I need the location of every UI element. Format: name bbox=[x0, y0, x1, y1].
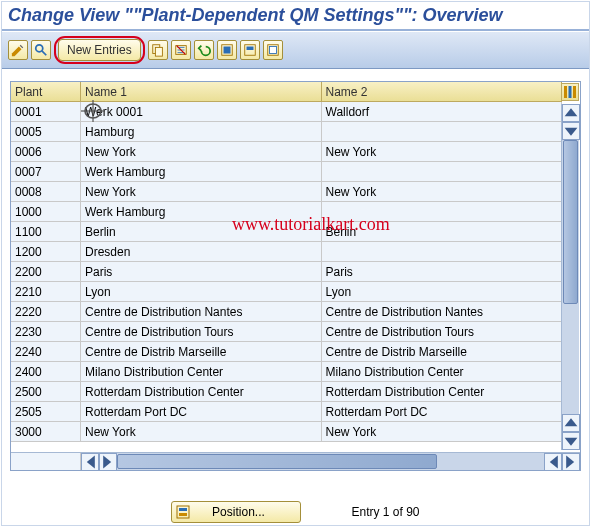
entry-count-label: Entry 1 of 90 bbox=[351, 505, 419, 519]
toggle-change-icon[interactable] bbox=[8, 40, 28, 60]
cell-plant[interactable]: 0006 bbox=[11, 142, 81, 162]
cell-plant[interactable]: 2505 bbox=[11, 402, 81, 422]
table-row[interactable]: 0001Werk 0001Walldorf bbox=[11, 102, 562, 122]
cell-name1[interactable]: New York bbox=[81, 182, 322, 202]
cell-plant[interactable]: 1100 bbox=[11, 222, 81, 242]
scroll-up-icon[interactable] bbox=[562, 104, 580, 122]
cell-name1[interactable]: Milano Distribution Center bbox=[81, 362, 322, 382]
cell-plant[interactable]: 2400 bbox=[11, 362, 81, 382]
column-header-name2[interactable]: Name 2 bbox=[322, 82, 563, 102]
cell-name2[interactable]: Berlin bbox=[322, 222, 563, 242]
cell-name1[interactable]: Dresden bbox=[81, 242, 322, 262]
table-row[interactable]: 1200Dresden bbox=[11, 242, 562, 262]
cell-name1[interactable]: Werk 0001 bbox=[81, 102, 322, 122]
cell-name2[interactable]: Milano Distribution Center bbox=[322, 362, 563, 382]
position-label: Position... bbox=[196, 505, 280, 519]
table-row[interactable]: 3000New YorkNew York bbox=[11, 422, 562, 442]
data-grid: Plant Name 1 Name 2 0001Werk 0001Walldor… bbox=[10, 81, 581, 471]
new-entries-button[interactable]: New Entries bbox=[58, 39, 141, 61]
cell-plant[interactable]: 0008 bbox=[11, 182, 81, 202]
scroll-down2-icon[interactable] bbox=[562, 432, 580, 450]
cell-plant[interactable]: 0001 bbox=[11, 102, 81, 122]
select-block-icon[interactable] bbox=[240, 40, 260, 60]
cell-plant[interactable]: 1000 bbox=[11, 202, 81, 222]
table-row[interactable]: 1100BerlinBerlin bbox=[11, 222, 562, 242]
cell-name1[interactable]: Werk Hamburg bbox=[81, 202, 322, 222]
horizontal-scrollbar[interactable] bbox=[11, 452, 580, 470]
scroll-right2-icon[interactable] bbox=[562, 453, 580, 471]
cell-plant[interactable]: 2200 bbox=[11, 262, 81, 282]
select-all-icon[interactable] bbox=[217, 40, 237, 60]
cell-name2[interactable] bbox=[322, 162, 563, 182]
cell-name1[interactable]: Werk Hamburg bbox=[81, 162, 322, 182]
table-row[interactable]: 2220Centre de Distribution NantesCentre … bbox=[11, 302, 562, 322]
copy-icon[interactable] bbox=[148, 40, 168, 60]
cell-name1[interactable]: Paris bbox=[81, 262, 322, 282]
cell-name2[interactable]: Rotterdam Port DC bbox=[322, 402, 563, 422]
cell-plant[interactable]: 0007 bbox=[11, 162, 81, 182]
cell-name2[interactable]: Paris bbox=[322, 262, 563, 282]
hscroll-thumb[interactable] bbox=[117, 454, 437, 469]
cell-name2[interactable]: New York bbox=[322, 142, 563, 162]
cell-name2[interactable] bbox=[322, 122, 563, 142]
cell-name2[interactable]: Centre de Distribution Tours bbox=[322, 322, 563, 342]
table-row[interactable]: 1000Werk Hamburg bbox=[11, 202, 562, 222]
cell-name1[interactable]: Rotterdam Distribution Center bbox=[81, 382, 322, 402]
column-header-name1[interactable]: Name 1 bbox=[81, 82, 322, 102]
scroll-left2-icon[interactable] bbox=[544, 453, 562, 471]
cell-name2[interactable] bbox=[322, 202, 563, 222]
scroll-up2-icon[interactable] bbox=[562, 414, 580, 432]
cell-name2[interactable]: Walldorf bbox=[322, 102, 563, 122]
cell-plant[interactable]: 2210 bbox=[11, 282, 81, 302]
cell-plant[interactable]: 3000 bbox=[11, 422, 81, 442]
cell-name2[interactable]: New York bbox=[322, 422, 563, 442]
svg-point-0 bbox=[36, 45, 43, 52]
scroll-left-icon[interactable] bbox=[81, 453, 99, 471]
cell-name1[interactable]: Centre de Distrib Marseille bbox=[81, 342, 322, 362]
table-row[interactable]: 0007Werk Hamburg bbox=[11, 162, 562, 182]
column-header-plant[interactable]: Plant bbox=[11, 82, 81, 102]
table-row[interactable]: 2210LyonLyon bbox=[11, 282, 562, 302]
cell-plant[interactable]: 2240 bbox=[11, 342, 81, 362]
cell-plant[interactable]: 2220 bbox=[11, 302, 81, 322]
cell-name2[interactable]: Rotterdam Distribution Center bbox=[322, 382, 563, 402]
table-row[interactable]: 2505Rotterdam Port DCRotterdam Port DC bbox=[11, 402, 562, 422]
cell-name2[interactable]: New York bbox=[322, 182, 563, 202]
scroll-thumb[interactable] bbox=[563, 140, 578, 304]
cell-name1[interactable]: New York bbox=[81, 142, 322, 162]
cell-plant[interactable]: 1200 bbox=[11, 242, 81, 262]
table-row[interactable]: 0005Hamburg bbox=[11, 122, 562, 142]
delete-icon[interactable] bbox=[171, 40, 191, 60]
scroll-down-icon[interactable] bbox=[562, 122, 580, 140]
cell-name1[interactable]: Berlin bbox=[81, 222, 322, 242]
cell-name1[interactable]: Centre de Distribution Nantes bbox=[81, 302, 322, 322]
configure-columns-icon[interactable] bbox=[561, 83, 579, 101]
cell-name1[interactable]: Rotterdam Port DC bbox=[81, 402, 322, 422]
cell-plant[interactable]: 0005 bbox=[11, 122, 81, 142]
cell-name2[interactable]: Centre de Distribution Nantes bbox=[322, 302, 563, 322]
cell-name2[interactable]: Centre de Distrib Marseille bbox=[322, 342, 563, 362]
grid-body: 0001Werk 0001Walldorf0005Hamburg0006New … bbox=[11, 102, 562, 452]
cell-name2[interactable]: Lyon bbox=[322, 282, 563, 302]
table-row[interactable]: 2200ParisParis bbox=[11, 262, 562, 282]
table-row[interactable]: 0006New YorkNew York bbox=[11, 142, 562, 162]
table-row[interactable]: 2400Milano Distribution CenterMilano Dis… bbox=[11, 362, 562, 382]
table-row[interactable]: 0008New YorkNew York bbox=[11, 182, 562, 202]
grid-header: Plant Name 1 Name 2 bbox=[11, 82, 562, 102]
table-row[interactable]: 2230Centre de Distribution ToursCentre d… bbox=[11, 322, 562, 342]
deselect-all-icon[interactable] bbox=[263, 40, 283, 60]
table-row[interactable]: 2500Rotterdam Distribution CenterRotterd… bbox=[11, 382, 562, 402]
scroll-right-icon[interactable] bbox=[99, 453, 117, 471]
undo-icon[interactable] bbox=[194, 40, 214, 60]
vertical-scrollbar[interactable] bbox=[561, 104, 579, 450]
details-icon[interactable] bbox=[31, 40, 51, 60]
cell-name2[interactable] bbox=[322, 242, 563, 262]
cell-name1[interactable]: New York bbox=[81, 422, 322, 442]
position-button[interactable]: Position... bbox=[171, 501, 301, 523]
cell-plant[interactable]: 2500 bbox=[11, 382, 81, 402]
cell-name1[interactable]: Hamburg bbox=[81, 122, 322, 142]
cell-name1[interactable]: Lyon bbox=[81, 282, 322, 302]
table-row[interactable]: 2240Centre de Distrib MarseilleCentre de… bbox=[11, 342, 562, 362]
cell-name1[interactable]: Centre de Distribution Tours bbox=[81, 322, 322, 342]
cell-plant[interactable]: 2230 bbox=[11, 322, 81, 342]
